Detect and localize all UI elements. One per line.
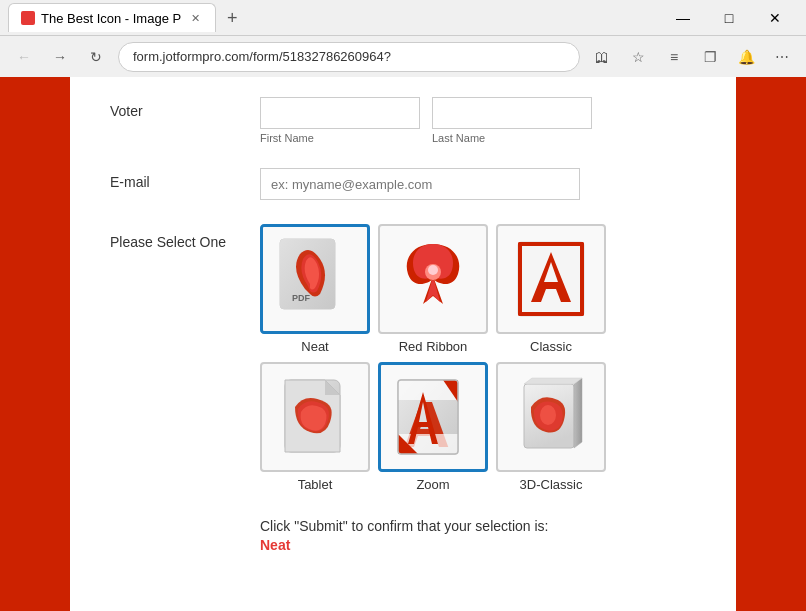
sidebar-left [0, 77, 70, 611]
email-input[interactable] [260, 168, 580, 200]
option-classic[interactable]: Classic [496, 224, 606, 354]
close-button[interactable]: ✕ [752, 3, 798, 33]
svg-point-4 [428, 265, 438, 275]
sidebar-right [736, 77, 806, 611]
email-fields [260, 168, 696, 200]
submit-row: Click "Submit" to confirm that your sele… [110, 516, 696, 553]
first-name-sublabel: First Name [260, 132, 420, 144]
label-zoom: Zoom [416, 477, 449, 492]
email-row: E-mail [110, 168, 696, 200]
image-picker: PDF Neat [260, 224, 696, 492]
option-neat[interactable]: PDF Neat [260, 224, 370, 354]
option-red-ribbon[interactable]: Red Ribbon [378, 224, 488, 354]
new-tab-button[interactable]: + [218, 4, 246, 32]
inprivate-button[interactable]: ❐ [696, 43, 724, 71]
image-box-red-ribbon [378, 224, 488, 334]
back-button[interactable]: ← [10, 43, 38, 71]
label-red-ribbon: Red Ribbon [399, 339, 468, 354]
last-name-input[interactable] [432, 97, 592, 129]
svg-text:PDF: PDF [292, 293, 311, 303]
voter-fields: First Name Last Name [260, 97, 696, 144]
svg-marker-17 [574, 378, 582, 448]
form-content: Voter First Name Last Name E-mail [70, 77, 736, 611]
option-3d-classic[interactable]: 3D-Classic [496, 362, 606, 492]
select-row: Please Select One [110, 224, 696, 492]
select-label: Please Select One [110, 224, 260, 250]
svg-point-19 [540, 405, 556, 425]
refresh-button[interactable]: ↻ [82, 43, 110, 71]
submit-notice-static: Click "Submit" to confirm that your sele… [260, 518, 548, 534]
email-label: E-mail [110, 168, 260, 190]
image-box-neat: PDF [260, 224, 370, 334]
voter-label: Voter [110, 97, 260, 119]
more-button[interactable]: ⋯ [768, 43, 796, 71]
submit-notice-label [110, 516, 260, 522]
svg-rect-8 [518, 242, 522, 316]
first-name-field: First Name [260, 97, 420, 144]
address-bar[interactable]: form.jotformpro.com/form/51832786260964? [118, 42, 580, 72]
active-tab[interactable]: The Best Icon - Image P ✕ [8, 3, 216, 32]
label-tablet: Tablet [298, 477, 333, 492]
alerts-button[interactable]: 🔔 [732, 43, 760, 71]
minimize-button[interactable]: — [660, 3, 706, 33]
tab-favicon [21, 11, 35, 25]
address-text: form.jotformpro.com/form/51832786260964? [133, 49, 391, 64]
svg-rect-9 [580, 242, 584, 316]
option-tablet[interactable]: Tablet [260, 362, 370, 492]
last-name-sublabel: Last Name [432, 132, 592, 144]
label-classic: Classic [530, 339, 572, 354]
image-box-classic [496, 224, 606, 334]
forward-button[interactable]: → [46, 43, 74, 71]
first-name-input[interactable] [260, 97, 420, 129]
bookmark-button[interactable]: ☆ [624, 43, 652, 71]
submit-notice-fields: Click "Submit" to confirm that your sele… [260, 516, 696, 553]
image-box-tablet [260, 362, 370, 472]
svg-rect-7 [518, 312, 584, 316]
tab-strip: The Best Icon - Image P ✕ + [8, 3, 654, 32]
tab-close-button[interactable]: ✕ [187, 10, 203, 26]
submit-notice-text: Click "Submit" to confirm that your sele… [260, 516, 696, 537]
image-options-grid: PDF Neat [260, 224, 696, 492]
label-3d-classic: 3D-Classic [520, 477, 583, 492]
option-zoom[interactable]: A [378, 362, 488, 492]
voter-row: Voter First Name Last Name [110, 97, 696, 144]
tab-title: The Best Icon - Image P [41, 11, 181, 26]
svg-rect-6 [518, 242, 584, 246]
maximize-button[interactable]: □ [706, 3, 752, 33]
svg-marker-18 [524, 378, 582, 384]
image-box-zoom: A [378, 362, 488, 472]
submit-selection-value: Neat [260, 537, 696, 553]
label-neat: Neat [301, 339, 328, 354]
reader-view-button[interactable]: 🕮 [588, 43, 616, 71]
image-box-3d-classic [496, 362, 606, 472]
last-name-field: Last Name [432, 97, 592, 144]
collections-button[interactable]: ≡ [660, 43, 688, 71]
